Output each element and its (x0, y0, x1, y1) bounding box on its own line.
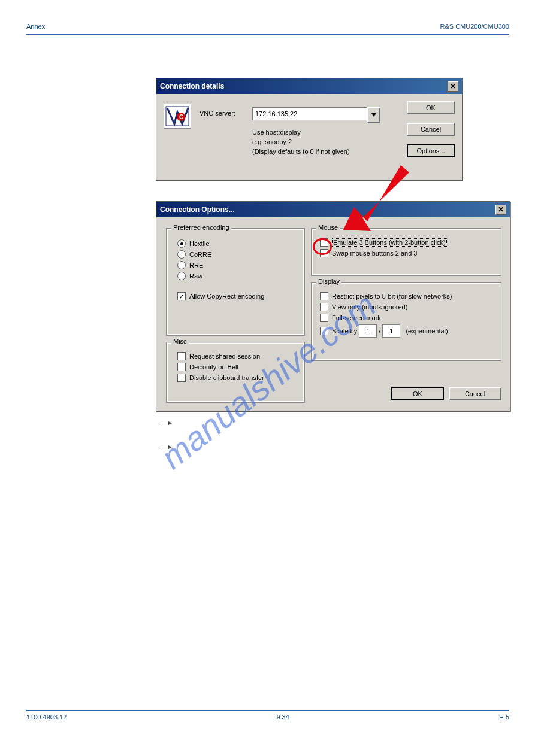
footer-docno: 1100.4903.12 (26, 714, 67, 721)
scale-den-input[interactable] (382, 324, 400, 338)
titlebar: Connection details ✕ (156, 78, 462, 94)
svg-text:C: C (179, 114, 183, 120)
vnc-server-combo[interactable] (252, 107, 380, 123)
hint-line-3: (Display defaults to 0 if not given) (252, 148, 350, 155)
radio-rre[interactable]: RRE (177, 261, 294, 269)
checkbox-copyrect[interactable]: Allow CopyRect encoding (177, 292, 294, 300)
bottom-divider (26, 710, 509, 711)
checkbox-scale[interactable]: Scale by / (experimental) (320, 324, 492, 338)
checkbox-fullscreen[interactable]: Full-screen mode (320, 314, 492, 322)
group-legend: Misc (171, 338, 189, 345)
instruction-step-2: In the Mouse panel activate Emulate 3 Bu… (159, 443, 495, 450)
checkbox-swap-buttons[interactable]: Swap mouse buttons 2 and 3 (320, 249, 492, 257)
red-circle-highlight (313, 238, 332, 255)
doc-model: R&S CMU200/CMU300 (440, 23, 509, 30)
connection-details-dialog: Connection details ✕ C VNC server: Use h… (156, 78, 463, 181)
misc-group: Misc Request shared session Deiconify on… (166, 342, 305, 403)
cancel-button[interactable]: Cancel (449, 387, 501, 400)
radio-corre[interactable]: CoRRE (177, 250, 294, 259)
checkbox-emulate-3-buttons[interactable]: Emulate 3 Buttons (with 2-button click) (320, 238, 492, 247)
checkbox-view-only[interactable]: View only (inputs ignored) (320, 303, 492, 311)
preferred-encoding-group: Preferred encoding Hextile CoRRE RRE Raw… (166, 228, 305, 336)
display-group: Display Restrict pixels to 8-bit (for sl… (311, 282, 501, 361)
close-icon[interactable]: ✕ (448, 81, 458, 92)
ok-button[interactable]: OK (391, 387, 444, 400)
vnc-server-label: VNC server: (200, 110, 235, 117)
red-arrow-annotation (331, 164, 409, 236)
checkbox-restrict-8bit[interactable]: Restrict pixels to 8-bit (for slow netwo… (320, 292, 492, 300)
footer-page: 9.34 (276, 714, 289, 721)
ok-button[interactable]: OK (407, 101, 455, 114)
instruction-step-1: Click on the "Options…" button (3) to op… (159, 419, 495, 426)
cancel-button[interactable]: Cancel (407, 123, 455, 136)
group-legend: Display (316, 278, 341, 285)
section-label: Annex (26, 23, 45, 30)
checkbox-shared-session[interactable]: Request shared session (177, 352, 294, 360)
checkbox-deiconify[interactable]: Deiconify on Bell (177, 363, 294, 371)
arrow-bullet-icon (159, 423, 171, 423)
footer-edition: E-5 (499, 714, 509, 721)
radio-raw[interactable]: Raw (177, 272, 294, 280)
options-button[interactable]: Options... (407, 144, 455, 157)
window-title: Connection Options... (160, 205, 495, 214)
arrow-bullet-icon (159, 447, 171, 447)
checkbox-disable-clipboard[interactable]: Disable clipboard transfer (177, 374, 294, 382)
vnc-logo: C (164, 104, 191, 129)
hint-line-2: e.g. snoopy:2 (252, 138, 292, 145)
vnc-server-input[interactable] (252, 107, 367, 120)
top-divider (26, 34, 509, 35)
hint-line-1: Use host:display (252, 129, 301, 136)
svg-marker-3 (343, 165, 409, 231)
scale-num-input[interactable] (359, 324, 377, 338)
close-icon[interactable]: ✕ (495, 205, 506, 215)
chevron-down-icon[interactable] (367, 107, 380, 123)
window-title: Connection details (160, 82, 448, 90)
radio-hextile[interactable]: Hextile (177, 239, 294, 248)
group-legend: Preferred encoding (171, 224, 231, 231)
